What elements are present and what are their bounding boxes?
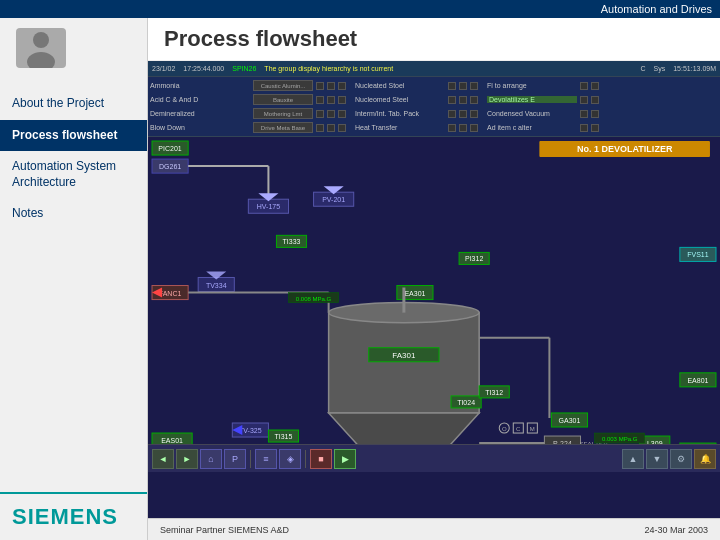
svg-text:PIC201: PIC201 bbox=[158, 145, 181, 152]
hmi-row-4: Blow Down Drive Meta Base Heat Transfer … bbox=[150, 121, 718, 134]
diagram-area: 23/1/02 17:25:44.000 SPIN26 The group di… bbox=[148, 61, 720, 518]
svg-point-0 bbox=[33, 32, 49, 48]
page-title: Process flowsheet bbox=[148, 18, 720, 61]
svg-text:FA301: FA301 bbox=[392, 351, 416, 360]
hmi-tag: SPIN26 bbox=[232, 65, 256, 72]
top-bar-text: Automation and Drives bbox=[601, 3, 712, 15]
hmi-row-2: Acid C & And D Bauxite Nucleomed Steel D… bbox=[150, 93, 718, 106]
svg-text:0.003 MPa.G: 0.003 MPa.G bbox=[602, 436, 638, 442]
svg-text:GA301: GA301 bbox=[559, 417, 581, 424]
content-area: Process flowsheet 23/1/02 17:25:44.000 S… bbox=[148, 18, 720, 540]
svg-text:M: M bbox=[530, 426, 535, 432]
sidebar-nav: About the Project Process flowsheet Auto… bbox=[0, 78, 147, 492]
hmi-date: 23/1/02 bbox=[152, 65, 175, 72]
hmi-right-btn-1[interactable]: ▲ bbox=[622, 449, 644, 469]
sidebar-bottom: SIEMENS bbox=[0, 492, 147, 540]
sidebar-item-automation-system-architecture[interactable]: Automation System Architecture bbox=[0, 151, 147, 198]
hmi-status-table: Ammonia Caustic Alumin... Nucleated Stoe… bbox=[148, 77, 720, 137]
hmi-stop-btn[interactable]: ■ bbox=[310, 449, 332, 469]
hmi-highlighted-tag: Devolatilizes E bbox=[487, 96, 577, 103]
svg-text:EAS01: EAS01 bbox=[161, 437, 183, 444]
hmi-status: The group display hierarchy is not curre… bbox=[264, 65, 632, 72]
svg-text:FVS11: FVS11 bbox=[687, 251, 709, 258]
svg-point-1 bbox=[27, 52, 55, 68]
svg-text:PI312: PI312 bbox=[465, 255, 483, 262]
main-layout: About the Project Process flowsheet Auto… bbox=[0, 18, 720, 540]
svg-text:TV334: TV334 bbox=[206, 282, 227, 289]
hmi-alarm-btn[interactable]: 🔔 bbox=[694, 449, 716, 469]
hmi-right-btn-2[interactable]: ▼ bbox=[646, 449, 668, 469]
process-svg: No. 1 DEVOLATILIZER PIC201 DG261 HV-175 bbox=[148, 137, 720, 468]
sidebar-item-process-flowsheet[interactable]: Process flowsheet bbox=[0, 120, 147, 152]
svg-text:TI312: TI312 bbox=[485, 389, 503, 396]
hmi-sys: Sys bbox=[654, 65, 666, 72]
hmi-row-3: Demineralized Mothering Lmt Interm/Int. … bbox=[150, 107, 718, 120]
footer: Seminar Partner SIEMENS A&D 24-30 Mar 20… bbox=[148, 518, 720, 540]
hmi-print-btn[interactable]: P bbox=[224, 449, 246, 469]
svg-text:TI315: TI315 bbox=[274, 433, 292, 440]
hmi-toolbar: ◄ ► ⌂ P ≡ ◈ ■ ▶ ▲ ▼ ⚙ 🔔 bbox=[148, 444, 720, 472]
sidebar-logo-area bbox=[0, 18, 147, 78]
hmi-run-btn[interactable]: ▶ bbox=[334, 449, 356, 469]
svg-text:TI024: TI024 bbox=[457, 399, 475, 406]
svg-text:HV-175: HV-175 bbox=[257, 203, 280, 210]
process-diagram: No. 1 DEVOLATILIZER PIC201 DG261 HV-175 bbox=[148, 137, 720, 472]
svg-text:PV-201: PV-201 bbox=[322, 196, 345, 203]
footer-left: Seminar Partner SIEMENS A&D bbox=[160, 525, 289, 535]
svg-text:C: C bbox=[516, 426, 521, 432]
hmi-time: 17:25:44.000 bbox=[183, 65, 224, 72]
hmi-btn-4[interactable]: ◈ bbox=[279, 449, 301, 469]
svg-text:TI333: TI333 bbox=[283, 238, 301, 245]
hmi-row-1: Ammonia Caustic Alumin... Nucleated Stoe… bbox=[150, 79, 718, 92]
svg-text:FANC1: FANC1 bbox=[159, 290, 182, 297]
toolbar-divider-2 bbox=[305, 450, 306, 468]
sidebar-item-about-project[interactable]: About the Project bbox=[0, 88, 147, 120]
toolbar-divider-1 bbox=[250, 450, 251, 468]
svg-text:O: O bbox=[502, 426, 507, 432]
person-icon bbox=[16, 28, 66, 68]
sidebar-item-notes[interactable]: Notes bbox=[0, 198, 147, 230]
siemens-logo: SIEMENS bbox=[12, 504, 135, 530]
hmi-btn-3[interactable]: ≡ bbox=[255, 449, 277, 469]
hmi-right-btn-3[interactable]: ⚙ bbox=[670, 449, 692, 469]
hmi-nav-right-btn[interactable]: ► bbox=[176, 449, 198, 469]
top-bar: Automation and Drives bbox=[0, 0, 720, 18]
hmi-top-bar: 23/1/02 17:25:44.000 SPIN26 The group di… bbox=[148, 61, 720, 77]
svg-text:DG261: DG261 bbox=[159, 163, 181, 170]
svg-text:EA801: EA801 bbox=[687, 377, 708, 384]
hmi-nav-left-btn[interactable]: ◄ bbox=[152, 449, 174, 469]
hmi-home-btn[interactable]: ⌂ bbox=[200, 449, 222, 469]
sidebar: About the Project Process flowsheet Auto… bbox=[0, 18, 148, 540]
hmi-mode: C bbox=[640, 65, 645, 72]
hmi-clock: 15:51:13.09M bbox=[673, 65, 716, 72]
svg-text:TV-325: TV-325 bbox=[239, 427, 262, 434]
svg-text:EA301: EA301 bbox=[404, 290, 425, 297]
footer-right: 24-30 Mar 2003 bbox=[644, 525, 708, 535]
title-box-text: No. 1 DEVOLATILIZER bbox=[577, 144, 673, 154]
svg-text:0.008 MPa.G: 0.008 MPa.G bbox=[296, 296, 332, 302]
